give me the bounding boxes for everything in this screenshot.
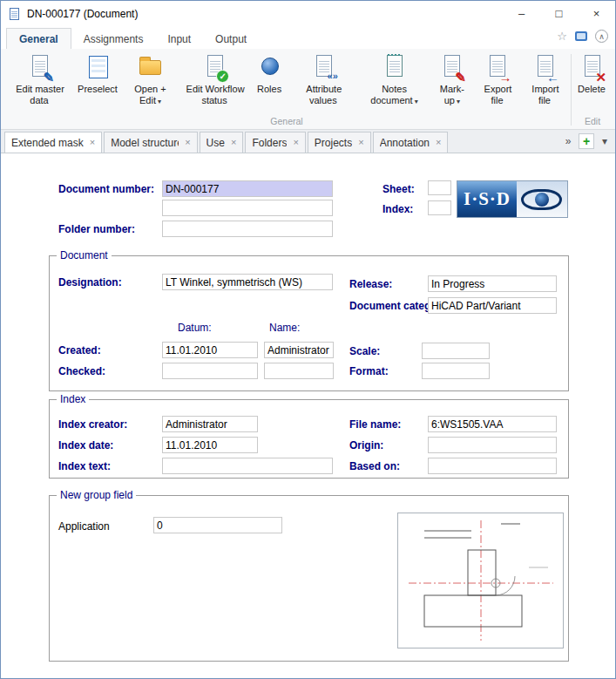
format-field[interactable] <box>422 363 490 379</box>
attribute-values-button[interactable]: «» Attribute values <box>289 51 358 115</box>
index-date-field[interactable] <box>162 437 258 453</box>
document-icon <box>8 7 22 21</box>
ribbon-tab-input[interactable]: Input <box>155 29 203 49</box>
based-on-field[interactable] <box>428 458 557 474</box>
index-text-field[interactable] <box>162 458 333 474</box>
preselect-button[interactable]: Preselect <box>76 51 121 115</box>
minimize-button[interactable]: – <box>503 1 540 26</box>
tab-folders[interactable]: Folders × <box>245 132 305 153</box>
tab-use[interactable]: Use × <box>200 132 244 153</box>
datum-column-header: Datum: <box>178 322 212 334</box>
tab-annotation[interactable]: Annotation × <box>373 132 449 153</box>
new-group-title: New group field <box>57 489 136 501</box>
document-tab-strip: Extended mask × Model structure × Use × … <box>1 130 615 153</box>
ribbon: ✎ Edit master data Preselect Open + Edit… <box>1 49 615 130</box>
isd-logo: I·S·D <box>457 180 568 218</box>
maximize-button[interactable]: □ <box>540 1 578 26</box>
folder-number-label: Folder number: <box>58 223 135 235</box>
scale-field[interactable] <box>422 343 490 359</box>
index-group-title: Index <box>57 393 89 405</box>
tab-overflow-button[interactable]: » <box>561 133 575 149</box>
sheet-field[interactable] <box>428 180 451 195</box>
tab-close-icon[interactable]: × <box>358 138 363 147</box>
format-label: Format: <box>349 365 389 377</box>
close-button[interactable]: × <box>578 1 615 26</box>
file-name-label: File name: <box>349 418 401 431</box>
roles-button[interactable]: Roles <box>251 51 289 115</box>
tab-projects[interactable]: Projects × <box>308 132 371 153</box>
mark-up-button[interactable]: ✎ Mark-up▾ <box>430 51 475 115</box>
tab-model-structure[interactable]: Model structure × <box>104 132 197 153</box>
edit-master-data-icon: ✎ <box>25 53 55 81</box>
document-number-field[interactable] <box>162 180 333 197</box>
notes-document-icon <box>380 53 410 81</box>
preselect-icon <box>84 53 113 81</box>
application-label: Application <box>58 520 110 533</box>
created-date-field[interactable] <box>162 342 258 358</box>
sheet-label: Sheet: <box>382 183 415 195</box>
edit-workflow-status-button[interactable]: ✓ Edit Workflow status <box>179 51 251 115</box>
workflow-status-icon: ✓ <box>200 53 230 81</box>
origin-label: Origin: <box>349 439 383 452</box>
scale-label: Scale: <box>349 345 380 357</box>
designation-field[interactable] <box>162 274 333 290</box>
attribute-values-icon: «» <box>309 53 339 81</box>
export-file-icon: → <box>483 53 512 81</box>
notes-document-button[interactable]: Notes document▾ <box>359 51 430 115</box>
ribbon-group-label-edit: Edit <box>573 116 612 129</box>
tab-close-icon[interactable]: × <box>293 138 298 147</box>
ribbon-group-edit: ✕ Delete Edit <box>573 51 612 129</box>
based-on-label: Based on: <box>349 460 400 472</box>
add-tab-button[interactable]: + <box>579 133 594 149</box>
extended-mask-form: Document number: Sheet: Index: I·S·D Fol… <box>1 153 615 678</box>
created-label: Created: <box>58 344 101 356</box>
delete-button[interactable]: ✕ Delete <box>573 51 612 115</box>
document-category-label: Document categ <box>349 300 430 312</box>
checked-date-field[interactable] <box>162 363 258 379</box>
index-date-label: Index date: <box>58 439 113 452</box>
origin-field[interactable] <box>428 437 557 453</box>
document-number-label: Document number: <box>58 183 154 195</box>
index-field[interactable] <box>428 200 451 215</box>
import-file-icon: ← <box>531 53 560 81</box>
edit-master-data-button[interactable]: ✎ Edit master data <box>4 51 76 115</box>
collapse-ribbon-button[interactable]: ∧ <box>595 30 608 43</box>
favorite-star-icon[interactable]: ☆ <box>557 31 567 42</box>
ribbon-tab-output[interactable]: Output <box>203 29 259 49</box>
document-number-2-field[interactable] <box>162 200 333 216</box>
ribbon-tab-assignments[interactable]: Assignments <box>71 29 156 49</box>
index-label: Index: <box>382 203 413 215</box>
created-name-field[interactable] <box>264 342 334 358</box>
export-file-button[interactable]: → Export file <box>474 51 522 115</box>
document-window: DN-000177 (Document) – □ × General Assig… <box>0 0 616 679</box>
ribbon-tab-general[interactable]: General <box>6 28 71 49</box>
mark-up-icon: ✎ <box>437 53 467 81</box>
ribbon-tab-bar: General Assignments Input Output ☆ ∧ <box>1 26 615 49</box>
designation-label: Designation: <box>58 276 122 289</box>
file-name-field[interactable] <box>428 416 557 432</box>
index-creator-field[interactable] <box>162 416 258 432</box>
panel-icon[interactable] <box>575 31 587 41</box>
release-field[interactable] <box>428 275 557 292</box>
window-title: DN-000177 (Document) <box>27 8 503 20</box>
name-column-header: Name: <box>269 322 300 334</box>
tab-close-icon[interactable]: × <box>436 138 441 147</box>
checked-label: Checked: <box>58 365 105 377</box>
open-edit-button[interactable]: Open + Edit▾ <box>121 51 179 115</box>
tab-extended-mask[interactable]: Extended mask × <box>4 132 102 153</box>
delete-icon: ✕ <box>578 53 607 81</box>
index-text-label: Index text: <box>58 460 111 472</box>
tab-close-icon[interactable]: × <box>185 138 190 147</box>
application-field[interactable] <box>153 517 282 533</box>
open-folder-icon <box>136 53 166 81</box>
tab-close-icon[interactable]: × <box>231 138 236 147</box>
folder-number-field[interactable] <box>162 221 333 237</box>
isd-eye-icon <box>517 181 567 217</box>
tab-list-dropdown[interactable]: ▾ <box>598 133 612 149</box>
release-label: Release: <box>349 278 392 290</box>
tab-close-icon[interactable]: × <box>90 138 95 147</box>
document-category-field[interactable] <box>428 297 557 314</box>
checked-name-field[interactable] <box>264 363 334 379</box>
ribbon-group-label-general: General <box>4 116 569 129</box>
import-file-button[interactable]: ← Import file <box>522 51 569 115</box>
